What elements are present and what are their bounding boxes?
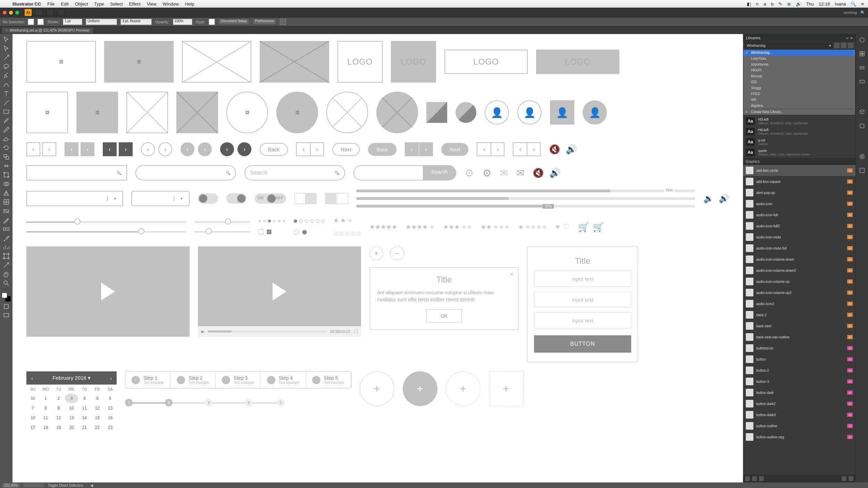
graphic-style-swatch[interactable] bbox=[209, 19, 215, 25]
tray-menu-icon[interactable]: ≡ bbox=[861, 1, 864, 7]
lasso-tool[interactable] bbox=[2, 62, 10, 71]
next-button[interactable]: › bbox=[158, 142, 172, 156]
search-input[interactable] bbox=[353, 165, 423, 180]
gpu-button[interactable] bbox=[57, 9, 65, 16]
graphic-asset[interactable]: button-3Id bbox=[743, 376, 856, 387]
column-graph-tool[interactable] bbox=[2, 243, 10, 251]
segment[interactable] bbox=[325, 193, 336, 204]
trash-icon[interactable] bbox=[849, 476, 853, 481]
video-placeholder[interactable] bbox=[26, 246, 190, 337]
type-tool[interactable] bbox=[2, 90, 10, 98]
cal-day[interactable]: 10 bbox=[26, 413, 39, 423]
fullscreen-icon[interactable]: ⛶ bbox=[354, 329, 358, 334]
step-item[interactable]: ✓Step 1Text example bbox=[125, 372, 170, 388]
list-view-icon[interactable] bbox=[834, 43, 840, 48]
next-button[interactable]: › bbox=[119, 142, 133, 156]
prev-button[interactable]: ‹ bbox=[405, 142, 419, 156]
search-app-icon[interactable]: 🔍 bbox=[860, 10, 865, 15]
graphic-asset[interactable]: audio-icon2Ai bbox=[743, 298, 856, 309]
graphic-asset[interactable]: audio-icon-fullAi bbox=[743, 209, 856, 220]
graphic-asset[interactable]: audio-icon-volume-downAi bbox=[743, 254, 856, 265]
rectangle-tool[interactable] bbox=[2, 108, 10, 116]
fill-stroke-control[interactable] bbox=[2, 293, 11, 302]
next-button[interactable]: Next bbox=[441, 143, 469, 156]
zoom-in-button[interactable]: + bbox=[369, 246, 383, 260]
cal-day[interactable]: 19 bbox=[52, 423, 65, 432]
graphic-asset[interactable]: audio-icon-mute-fullAi bbox=[743, 243, 856, 254]
text-style-item[interactable]: AaH4-leftGibson, SemiBold, 16pt, Hyphena… bbox=[743, 126, 856, 137]
library-option[interactable]: HKKPI bbox=[743, 67, 855, 73]
cal-day[interactable]: 10 bbox=[65, 403, 78, 413]
add-button[interactable]: + bbox=[446, 371, 481, 406]
library-option[interactable]: Wireframing bbox=[743, 50, 855, 56]
prev-button[interactable]: ‹ bbox=[141, 142, 155, 156]
cal-day[interactable]: 11 bbox=[78, 403, 91, 413]
graphic-asset[interactable]: audio-icon-full2Ai bbox=[743, 220, 856, 232]
footer-icon[interactable] bbox=[759, 476, 764, 481]
perspective-grid-tool[interactable] bbox=[2, 189, 10, 197]
rotate-tool[interactable] bbox=[2, 144, 10, 152]
screen-mode[interactable] bbox=[2, 311, 10, 320]
width-tool[interactable] bbox=[2, 162, 10, 170]
cal-day[interactable]: 14 bbox=[78, 413, 91, 423]
graphic-asset[interactable]: back-2Ai bbox=[743, 309, 856, 320]
select-field[interactable]: ▾ bbox=[26, 191, 123, 206]
stroke-swatch[interactable] bbox=[37, 19, 44, 25]
graphics-list[interactable]: add-box-circleAiadd-box-squareAialert-po… bbox=[743, 165, 856, 475]
cal-day[interactable]: 11 bbox=[39, 413, 52, 423]
library-option[interactable]: Importanne bbox=[743, 61, 855, 67]
next-button[interactable]: › bbox=[310, 142, 324, 156]
stroke-profile-select[interactable]: Uniform bbox=[86, 19, 117, 25]
close-tab-icon[interactable]: × bbox=[6, 28, 8, 32]
graphic-asset[interactable]: audio-iconAi bbox=[743, 198, 856, 209]
cal-day[interactable]: 1 bbox=[39, 394, 52, 403]
menu-object[interactable]: Object bbox=[75, 1, 88, 7]
bridge-button[interactable] bbox=[35, 9, 43, 16]
next-button[interactable]: › bbox=[419, 142, 433, 156]
back-button[interactable]: Back bbox=[260, 143, 288, 156]
stroke-weight-input[interactable]: 1 pt bbox=[63, 19, 82, 25]
toggle[interactable]: ONOFF bbox=[255, 193, 286, 204]
prev-button[interactable]: ‹ bbox=[477, 142, 491, 156]
cal-day[interactable]: 18 bbox=[39, 423, 52, 432]
library-dropdown[interactable]: WireframingLeanTaasImportanneHKKPIMonoki… bbox=[743, 49, 856, 115]
zoom-window-button[interactable] bbox=[15, 11, 19, 15]
stroke-panel-icon[interactable] bbox=[858, 64, 866, 71]
prev-button[interactable]: ‹ bbox=[181, 142, 194, 156]
opacity-input[interactable]: 100% bbox=[173, 19, 192, 25]
menu-view[interactable]: View bbox=[147, 1, 157, 7]
segment[interactable] bbox=[306, 193, 317, 204]
symbol-sprayer-tool[interactable] bbox=[2, 234, 10, 242]
tray-wifi-icon[interactable]: ⊚ bbox=[787, 1, 791, 7]
swatches-panel-icon[interactable] bbox=[858, 50, 866, 58]
text-style-item[interactable]: Aap-txtGibson bbox=[743, 137, 856, 147]
panel-menu-icon[interactable]: ›› bbox=[846, 36, 848, 40]
library-option[interactable]: Snugg bbox=[743, 85, 855, 91]
document-tab[interactable]: × Wireframing set.ai @ 121,42% (RGB/GPU … bbox=[2, 27, 93, 33]
graphic-asset[interactable]: buttonId bbox=[743, 354, 856, 365]
cal-day[interactable]: 13 bbox=[104, 403, 117, 413]
grid-view-icon[interactable] bbox=[841, 43, 846, 48]
next-button[interactable]: Next bbox=[332, 143, 360, 156]
tray-icon[interactable]: b bbox=[771, 1, 773, 7]
prev-button[interactable]: ‹ bbox=[65, 142, 78, 156]
radio[interactable] bbox=[294, 230, 299, 235]
next-button[interactable]: › bbox=[237, 142, 251, 156]
app-menu[interactable]: Illustrator CC bbox=[12, 1, 41, 7]
add-content-icon[interactable] bbox=[848, 43, 853, 48]
library-option[interactable]: Algebra bbox=[743, 103, 855, 109]
eraser-tool[interactable] bbox=[2, 135, 10, 143]
free-transform-tool[interactable] bbox=[2, 171, 10, 179]
video-player[interactable]: ▶ 02:23/10:12 ⛶ bbox=[198, 246, 361, 337]
slider[interactable] bbox=[26, 221, 186, 223]
minimize-window-button[interactable] bbox=[9, 11, 13, 15]
graphic-asset[interactable]: button-outlineId bbox=[743, 420, 856, 431]
submit-button[interactable]: BUTTON bbox=[534, 335, 631, 353]
checkbox[interactable] bbox=[258, 229, 263, 234]
prev-button[interactable]: ‹ bbox=[513, 142, 527, 156]
tray-volume-icon[interactable]: 🔊 bbox=[796, 1, 801, 7]
next-button[interactable]: › bbox=[491, 142, 504, 156]
graphic-asset[interactable]: bulleted-txtId bbox=[743, 343, 856, 354]
graphic-asset[interactable]: back-next-nav-outlineAi bbox=[743, 331, 856, 343]
cal-day[interactable]: 15 bbox=[91, 413, 104, 423]
